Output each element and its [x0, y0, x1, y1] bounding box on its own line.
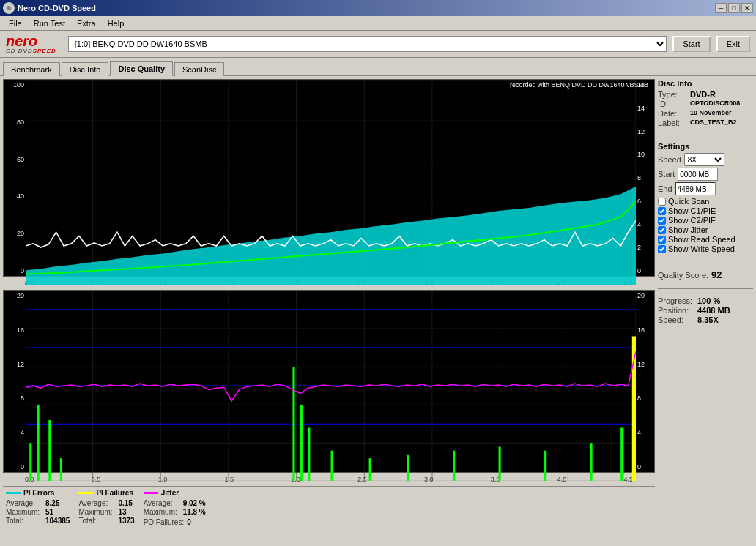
- jitter-po-row: PO Failures: 0: [144, 518, 206, 526]
- svg-rect-45: [369, 458, 371, 481]
- speed-dropdown[interactable]: 8X: [684, 153, 724, 166]
- main-container: nero CD·DVDSPEED [1:0] BENQ DVD DD DW164…: [0, 31, 756, 546]
- quality-row: Quality Score: 92: [658, 269, 753, 280]
- disc-label-value: CDS_TEST_B2: [690, 119, 737, 127]
- pi-errors-avg-value: 8.25: [45, 499, 59, 507]
- disc-date-label: Date:: [658, 109, 687, 118]
- show-read-label: Show Read Speed: [668, 235, 735, 244]
- start-button[interactable]: Start: [672, 36, 710, 52]
- tab-benchmark[interactable]: Benchmark: [3, 62, 60, 76]
- content-area: recorded with BENQ DVD DD DW1640 vBSMB 1…: [0, 75, 756, 546]
- jitter-color: [144, 492, 158, 494]
- bottom-chart-svg: [26, 291, 636, 481]
- divider3: [658, 288, 753, 289]
- pi-failures-max-row: Maximum: 13: [78, 508, 134, 516]
- top-chart: recorded with BENQ DVD DD DW1640 vBSMB 1…: [3, 79, 655, 277]
- quick-scan-row: Quick Scan: [658, 197, 753, 206]
- menubar: File Run Test Extra Help: [0, 16, 756, 31]
- drive-dropdown[interactable]: [1:0] BENQ DVD DD DW1640 BSMB: [68, 36, 667, 52]
- pi-failures-color: [78, 492, 93, 494]
- disc-id-row: ID: OPTODISCR008: [658, 100, 753, 108]
- disc-type-label: Type:: [658, 90, 687, 99]
- svg-rect-46: [407, 455, 410, 481]
- show-jitter-checkbox[interactable]: [658, 226, 666, 234]
- pi-failures-avg-label: Average:: [78, 499, 115, 507]
- position-row: Position: 4488 MB: [658, 306, 753, 315]
- menu-run-test[interactable]: Run Test: [28, 18, 71, 29]
- exit-button[interactable]: Exit: [716, 36, 750, 52]
- start-input[interactable]: [678, 168, 718, 181]
- logo: nero CD·DVDSPEED: [6, 34, 56, 54]
- pi-errors-avg-label: Average:: [6, 499, 42, 507]
- svg-rect-42: [300, 405, 303, 481]
- end-input[interactable]: [675, 182, 716, 195]
- jitter-po-value: 0: [187, 518, 191, 526]
- show-c1pie-checkbox[interactable]: [658, 207, 666, 215]
- jitter-max-label: Maximum:: [144, 508, 180, 516]
- menu-file[interactable]: File: [3, 18, 28, 29]
- quality-score-value: 92: [711, 269, 722, 280]
- speed-row: Speed 8X: [658, 153, 753, 166]
- toolbar: nero CD·DVDSPEED [1:0] BENQ DVD DD DW164…: [0, 31, 756, 58]
- jitter-avg-row: Average: 9.02 %: [144, 499, 206, 507]
- show-jitter-row: Show Jitter: [658, 225, 753, 234]
- pi-failures-label: PI Failures: [96, 489, 133, 497]
- legend-pi-errors-header: PI Errors: [6, 489, 70, 497]
- pi-errors-max-value: 51: [45, 508, 53, 516]
- tab-scan-disc[interactable]: ScanDisc: [174, 62, 224, 76]
- speed-label: Speed:: [658, 315, 694, 324]
- tabs: Benchmark Disc Info Disc Quality ScanDis…: [0, 58, 756, 75]
- pi-failures-avg-row: Average: 0.15: [78, 499, 134, 507]
- position-label: Position:: [658, 306, 694, 315]
- charts-area: recorded with BENQ DVD DD DW1640 vBSMB 1…: [3, 79, 655, 543]
- legend-pi-failures-header: PI Failures: [78, 489, 134, 497]
- show-jitter-label: Show Jitter: [668, 225, 708, 234]
- pi-errors-max-label: Maximum:: [6, 508, 42, 516]
- speed-row: Speed: 8.35X: [658, 315, 753, 324]
- titlebar-title: Nero CD-DVD Speed: [18, 4, 96, 12]
- minimize-button[interactable]: ─: [715, 3, 727, 13]
- menu-extra[interactable]: Extra: [71, 18, 102, 29]
- svg-marker-16: [26, 187, 636, 285]
- titlebar-buttons: ─ □ ✕: [715, 3, 753, 13]
- show-write-checkbox[interactable]: [658, 245, 666, 253]
- speed-label: Speed: [658, 155, 681, 164]
- titlebar: Nero CD-DVD Speed ─ □ ✕: [0, 0, 756, 16]
- y-axis-right-top: 16 14 12 10 8 6 4 2 0: [636, 80, 654, 276]
- pi-failures-max-value: 13: [118, 508, 126, 516]
- tab-disc-info[interactable]: Disc Info: [62, 62, 109, 76]
- progress-row: Progress: 100 %: [658, 296, 753, 305]
- progress-value: 100 %: [697, 296, 720, 305]
- pi-errors-color: [6, 492, 21, 494]
- tab-disc-quality[interactable]: Disc Quality: [110, 61, 173, 76]
- show-c2pif-checkbox[interactable]: [658, 217, 666, 225]
- right-panel: Disc Info Type: DVD-R ID: OPTODISCR008 D…: [658, 79, 753, 543]
- quick-scan-checkbox[interactable]: [658, 198, 666, 206]
- divider1: [658, 135, 753, 135]
- jitter-po-label: PO Failures:: [144, 518, 185, 526]
- svg-rect-40: [60, 458, 62, 481]
- svg-rect-39: [48, 420, 51, 481]
- show-read-row: Show Read Speed: [658, 235, 753, 244]
- disc-info-panel: Disc Info Type: DVD-R ID: OPTODISCR008 D…: [658, 79, 753, 128]
- settings-panel: Settings Speed 8X Start End Qu: [658, 142, 753, 254]
- menu-help[interactable]: Help: [102, 18, 130, 29]
- quality-score-label: Quality Score:: [658, 271, 708, 280]
- svg-rect-43: [308, 427, 310, 481]
- svg-rect-51: [620, 427, 623, 481]
- show-c2pif-row: Show C2/PIF: [658, 216, 753, 225]
- svg-rect-50: [590, 443, 593, 481]
- show-read-checkbox[interactable]: [658, 236, 666, 244]
- show-c1pie-row: Show C1/PIE: [658, 206, 753, 215]
- settings-title: Settings: [658, 142, 753, 151]
- logo-cd-dvd: CD·DVDSPEED: [6, 48, 56, 54]
- pi-errors-avg-row: Average: 8.25: [6, 499, 70, 507]
- legend-jitter: Jitter Average: 9.02 % Maximum: 11.8 % P…: [144, 489, 206, 526]
- disc-info-title: Disc Info: [658, 79, 753, 88]
- svg-rect-48: [499, 446, 501, 481]
- pi-errors-label: PI Errors: [23, 489, 54, 497]
- jitter-avg-value: 9.02 %: [183, 499, 206, 507]
- close-button[interactable]: ✕: [741, 3, 753, 13]
- svg-rect-41: [292, 367, 294, 481]
- maximize-button[interactable]: □: [728, 3, 740, 13]
